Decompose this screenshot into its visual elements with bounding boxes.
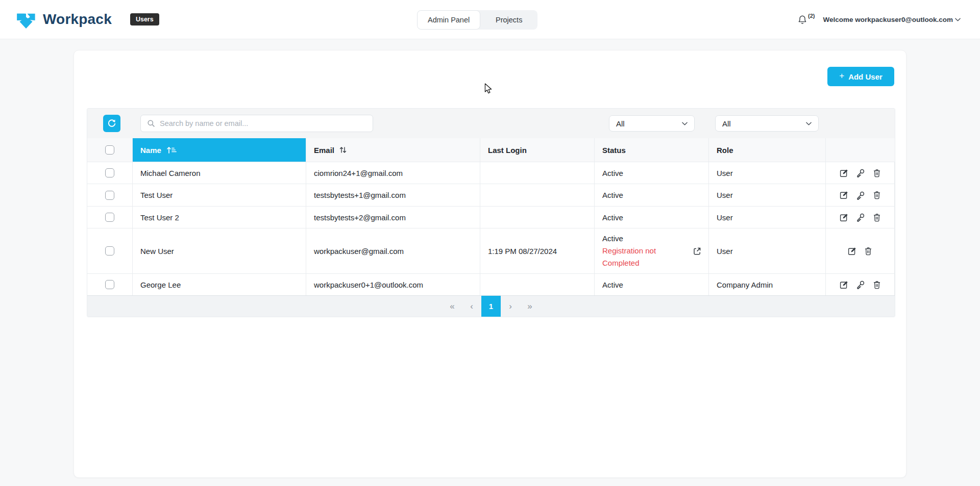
column-header-role: Role: [709, 138, 826, 162]
last-login-header-label: Last Login: [488, 146, 527, 155]
tab-admin-panel[interactable]: Admin Panel: [417, 10, 480, 30]
brand-logo: Workpack Users: [15, 10, 159, 29]
last-login-cell: [480, 162, 595, 184]
last-login-cell: [480, 184, 595, 206]
row-checkbox[interactable]: [105, 168, 114, 177]
delete-user-button[interactable]: [872, 168, 882, 178]
reset-password-button[interactable]: [855, 190, 866, 201]
email-header-label: Email: [314, 146, 334, 155]
pagination-bar: « ‹ 1 › »: [87, 295, 895, 317]
column-header-email[interactable]: Email: [306, 138, 480, 162]
plus-icon: +: [839, 71, 844, 81]
pagination-next-button[interactable]: ›: [501, 296, 520, 317]
table-row: New User workpackuser@gmail.com 1:19 PM …: [87, 228, 895, 273]
status-filter-value: All: [616, 119, 625, 128]
search-input[interactable]: [160, 119, 366, 127]
edit-user-button[interactable]: [847, 246, 857, 257]
delete-user-button[interactable]: [872, 212, 882, 223]
actions-cell: [826, 184, 895, 206]
row-checkbox[interactable]: [105, 191, 114, 200]
users-table: All All Name Email Last Login: [87, 108, 895, 317]
main-tabs: Admin Panel Projects: [417, 10, 537, 30]
brand-name: Workpack: [43, 11, 112, 28]
delete-user-button[interactable]: [872, 279, 882, 290]
table-toolbar: All All: [87, 109, 895, 138]
key-icon: [856, 213, 865, 222]
pagination-last-button[interactable]: »: [520, 296, 540, 317]
tab-projects[interactable]: Projects: [480, 10, 537, 30]
edit-user-button[interactable]: [839, 279, 849, 290]
registration-link-button[interactable]: [693, 247, 701, 255]
role-header-label: Role: [717, 146, 733, 155]
welcome-text: Welcome workpackuser0@outlook.com: [823, 16, 953, 23]
name-cell: Test User: [133, 184, 306, 206]
table-row: Michael Cameron ciomrion24+1@gmail.com A…: [87, 162, 895, 184]
header-right: (2) Welcome workpackuser0@outlook.com: [798, 0, 961, 39]
trash-icon: [873, 213, 881, 222]
row-checkbox[interactable]: [105, 280, 114, 289]
edit-icon: [840, 213, 848, 222]
email-cell: workpackuser0+1@outlook.com: [306, 274, 480, 295]
checkbox-cell: [87, 184, 133, 206]
pagination-first-button[interactable]: «: [443, 296, 462, 317]
status-text-block: Active Registration not Completed: [602, 233, 683, 269]
add-user-label: Add User: [848, 72, 883, 81]
status-cell: Active: [595, 207, 709, 228]
trash-icon: [873, 169, 881, 177]
edit-icon: [848, 247, 856, 255]
trash-icon: [873, 280, 881, 289]
name-cell: Michael Cameron: [133, 162, 306, 184]
bell-icon: [798, 15, 807, 25]
column-header-status: Status: [595, 138, 709, 162]
delete-user-button[interactable]: [863, 246, 873, 257]
role-cell: User: [709, 228, 826, 273]
sort-updown-icon: [339, 146, 347, 154]
row-checkbox[interactable]: [105, 246, 114, 255]
edit-user-button[interactable]: [839, 212, 849, 223]
users-badge: Users: [130, 13, 159, 25]
table-row: George Lee workpackuser0+1@outlook.com A…: [87, 273, 895, 295]
email-cell: ciomrion24+1@gmail.com: [306, 162, 480, 184]
user-menu-button[interactable]: Welcome workpackuser0@outlook.com: [823, 16, 961, 23]
notification-count: (2): [808, 13, 815, 19]
chevron-down-icon: [955, 18, 961, 21]
add-user-button[interactable]: + Add User: [827, 67, 894, 86]
workpack-logo-icon: [15, 10, 37, 29]
last-login-cell: [480, 274, 595, 295]
actions-cell: [826, 228, 895, 273]
pagination-page-1[interactable]: 1: [481, 296, 501, 317]
chevron-down-icon: [806, 122, 812, 125]
delete-user-button[interactable]: [872, 190, 882, 200]
status-cell: Active Registration not Completed: [595, 228, 709, 273]
edit-user-button[interactable]: [839, 190, 849, 200]
select-all-checkbox[interactable]: [105, 145, 114, 155]
external-link-icon: [693, 247, 701, 255]
name-cell: George Lee: [133, 274, 306, 295]
role-filter-select[interactable]: All: [715, 115, 819, 132]
refresh-icon: [107, 119, 116, 128]
checkbox-cell: [87, 162, 133, 184]
row-checkbox[interactable]: [105, 213, 114, 222]
notifications-button[interactable]: (2): [798, 15, 815, 25]
edit-icon: [840, 280, 848, 289]
key-icon: [856, 168, 865, 177]
select-all-cell: [87, 138, 133, 162]
users-card: + Add User All All: [74, 50, 906, 478]
reset-password-button[interactable]: [855, 212, 866, 223]
reset-password-button[interactable]: [855, 279, 866, 290]
search-box: [140, 115, 373, 132]
key-icon: [856, 280, 865, 289]
status-filter-select[interactable]: All: [609, 115, 695, 132]
email-cell: testsbytests+2@gmail.com: [306, 207, 480, 228]
pagination-prev-button[interactable]: ‹: [462, 296, 481, 317]
edit-user-button[interactable]: [839, 168, 849, 178]
role-cell: User: [709, 162, 826, 184]
table-header-row: Name Email Last Login Status Role: [87, 138, 895, 162]
name-header-label: Name: [140, 146, 161, 155]
reset-password-button[interactable]: [855, 167, 866, 178]
column-header-name[interactable]: Name: [133, 138, 306, 162]
search-icon: [147, 119, 155, 127]
refresh-button[interactable]: [103, 115, 120, 132]
status-note: Registration not Completed: [602, 245, 683, 269]
checkbox-cell: [87, 274, 133, 295]
